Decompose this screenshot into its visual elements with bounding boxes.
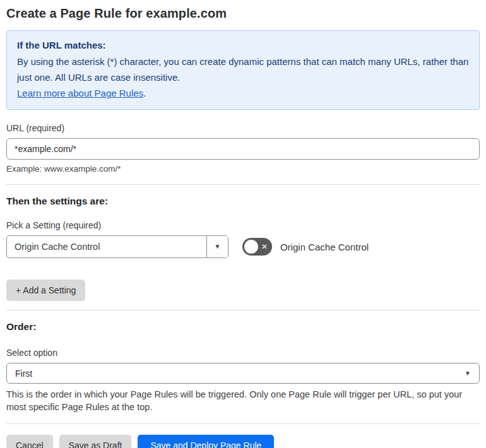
divider bbox=[6, 310, 480, 310]
divider bbox=[6, 423, 480, 424]
url-example-hint: Example: www.example.com/* bbox=[6, 164, 480, 174]
info-box-body: By using the asterisk (*) character, you… bbox=[17, 54, 469, 86]
order-section-heading: Order: bbox=[6, 321, 480, 333]
setting-row: Origin Cache Control ▼ ✕ Origin Cache Co… bbox=[6, 235, 480, 258]
setting-select-arrow-button[interactable]: ▼ bbox=[206, 236, 228, 257]
add-setting-button[interactable]: + Add a Setting bbox=[6, 280, 85, 301]
divider bbox=[6, 184, 480, 185]
setting-select[interactable]: Origin Cache Control ▼ bbox=[6, 235, 228, 258]
url-field-label: URL (required) bbox=[6, 123, 480, 133]
toggle-knob bbox=[244, 240, 258, 254]
chevron-down-icon: ▼ bbox=[465, 370, 471, 377]
info-box-heading: If the URL matches: bbox=[17, 38, 469, 54]
order-select[interactable]: First ▼ bbox=[6, 363, 480, 384]
pick-setting-label: Pick a Setting (required) bbox=[6, 220, 480, 230]
link-period: . bbox=[143, 88, 146, 98]
order-select-value: First bbox=[15, 368, 465, 379]
chevron-down-icon: ▼ bbox=[215, 244, 221, 250]
learn-more-link[interactable]: Learn more about Page Rules bbox=[17, 88, 143, 98]
save-as-draft-button[interactable]: Save as Draft bbox=[59, 435, 132, 448]
footer-actions: Cancel Save as Draft Save and Deploy Pag… bbox=[6, 435, 480, 448]
toggle-label: Origin Cache Control bbox=[280, 242, 369, 252]
settings-section-heading: Then the settings are: bbox=[6, 196, 480, 207]
page-rule-form: Create a Page Rule for example.com If th… bbox=[0, 0, 486, 448]
save-and-deploy-button[interactable]: Save and Deploy Page Rule bbox=[138, 435, 274, 448]
origin-cache-control-toggle[interactable]: ✕ bbox=[242, 238, 272, 256]
select-option-label: Select option bbox=[6, 348, 480, 358]
toggle-off-x-icon: ✕ bbox=[261, 243, 268, 251]
info-link-line: Learn more about Page Rules. bbox=[17, 86, 469, 102]
url-input[interactable] bbox=[6, 138, 480, 160]
setting-select-value: Origin Cache Control bbox=[7, 236, 206, 257]
page-title: Create a Page Rule for example.com bbox=[6, 6, 480, 21]
cancel-button[interactable]: Cancel bbox=[6, 435, 53, 448]
order-help-text: This is the order in which your Page Rul… bbox=[6, 388, 478, 413]
url-match-info-box: If the URL matches: By using the asteris… bbox=[6, 30, 480, 110]
